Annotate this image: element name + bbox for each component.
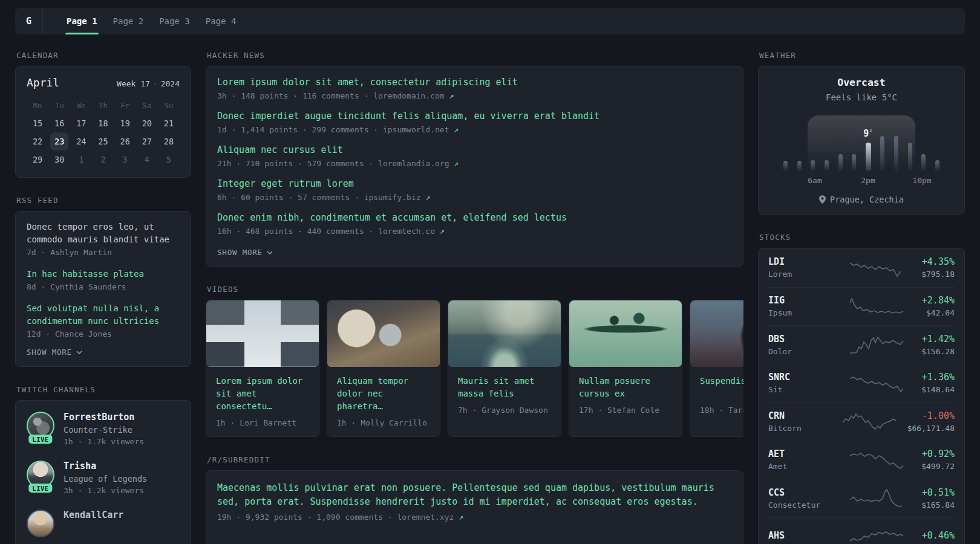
hackernews-show-more-button[interactable]: SHOW MORE (217, 248, 732, 257)
twitch-channel-row[interactable]: KendallCarr (27, 510, 180, 537)
video-card[interactable]: Aliquam tempor dolor nec pharetra… 1h · … (327, 300, 440, 437)
stock-sparkline (831, 411, 907, 432)
stock-row[interactable]: AHS +0.46% (768, 517, 955, 544)
rss-card: Donec tempor eros leo, ut commodo mauris… (15, 211, 191, 367)
twitch-card: LIVE ForrestBurton Counter-Strike 1h · 1… (15, 400, 191, 544)
news-item-meta: 3h · 148 points · 116 comments · loremdo… (217, 91, 732, 100)
rss-item-link[interactable]: In hac habitasse platea (27, 268, 180, 280)
external-link-icon[interactable]: ↗ (449, 91, 454, 100)
rss-widget-title: RSS FEED (16, 196, 191, 205)
calendar-grid: Mo Tu We Th Fr Sa Su 15 16 17 18 19 20 2… (27, 97, 180, 169)
news-item-link[interactable]: Donec enim nibh, condimentum et accumsan… (217, 212, 732, 223)
external-link-icon[interactable]: ↗ (454, 159, 459, 168)
video-title-link[interactable]: Nullam posuere cursus ex (579, 375, 672, 400)
stock-symbol: CCS (768, 487, 831, 498)
subreddit-widget-title: /R/SUBREDDIT (207, 455, 743, 464)
channel-info: Trisha League of Legends 3h · 1.2k viewe… (64, 461, 147, 495)
stock-row[interactable]: CCS Consectetur +0.51% $165.84 (768, 479, 955, 517)
external-link-icon[interactable]: ↗ (454, 125, 459, 134)
video-title-link[interactable]: Lorem ipsum dolor sit amet consectetu… (216, 375, 309, 413)
video-card-body: Suspendisse diam 18h · Tara (690, 367, 743, 424)
channel-info: KendallCarr (64, 510, 123, 537)
tab-page-4[interactable]: Page 4 (198, 8, 244, 34)
rss-widget: RSS FEED Donec tempor eros leo, ut commo… (15, 196, 191, 367)
video-thumbnail[interactable] (448, 300, 561, 367)
stock-row[interactable]: AET Amet +0.92% $499.72 (768, 441, 955, 479)
weather-chart: 9° (783, 117, 939, 171)
stock-name: Lorem (768, 270, 831, 279)
rss-item-meta: 12d · Chance Jones (27, 329, 180, 338)
video-thumbnail[interactable] (690, 300, 743, 367)
video-card[interactable]: Suspendisse diam 18h · Tara (690, 300, 743, 437)
calendar-week-label: Week 17 (117, 79, 150, 88)
news-item-link[interactable]: Aliquam nec cursus elit (217, 144, 732, 155)
weekday-label: Mo (27, 97, 48, 114)
time-label: 2pm (861, 176, 875, 185)
stock-change: +1.42% (921, 334, 955, 345)
stock-name: Ipsum (768, 308, 831, 317)
stock-row[interactable]: CRN Bitcorn -1.00% $66,171.48 (768, 402, 955, 441)
news-item-link[interactable]: Donec imperdiet augue tincidunt felis al… (217, 111, 732, 121)
reddit-post-meta-text: 19h · 9,932 points · 1,090 comments · lo… (217, 513, 454, 522)
video-thumbnail[interactable] (327, 300, 440, 367)
stock-values: -1.00% $66,171.48 (907, 410, 955, 433)
weather-bar (880, 136, 884, 171)
tab-page-3[interactable]: Page 3 (151, 8, 198, 34)
external-link-icon[interactable]: ↗ (440, 227, 445, 236)
calendar-day-next-month: 1 (72, 151, 90, 169)
channel-info: ForrestBurton Counter-Strike 1h · 1.7k v… (64, 412, 144, 446)
twitch-channel-row[interactable]: LIVE Trisha League of Legends 3h · 1.2k … (27, 461, 180, 495)
reddit-post-link[interactable]: Maecenas mollis pulvinar erat non posuer… (217, 481, 732, 509)
rss-item: Donec tempor eros leo, ut commodo mauris… (27, 221, 180, 257)
stock-row[interactable]: IIG Ipsum +2.84% $42.04 (768, 287, 955, 326)
video-title-link[interactable]: Mauris sit amet massa felis (458, 375, 551, 400)
weather-bar (921, 154, 926, 171)
stock-symbol: SNRC (768, 372, 831, 383)
video-card[interactable]: Mauris sit amet massa felis 7h · Grayson… (448, 300, 561, 437)
video-thumbnail[interactable] (569, 300, 682, 367)
stock-price: $499.72 (921, 462, 955, 471)
stock-row[interactable]: DBS Dolor +1.42% $156.28 (768, 325, 955, 364)
external-link-icon[interactable]: ↗ (459, 513, 463, 522)
news-item-link[interactable]: Lorem ipsum dolor sit amet, consectetur … (217, 77, 732, 88)
temp-value: 9 (863, 128, 869, 139)
reddit-post: Maecenas mollis pulvinar erat non posuer… (217, 481, 732, 522)
video-card[interactable]: Nullam posuere cursus ex 17h · Stefan Co… (569, 300, 682, 437)
news-item: Aliquam nec cursus elit 21h · 710 points… (217, 144, 732, 168)
stock-symbol: AET (768, 448, 831, 459)
tab-page-1[interactable]: Page 1 (59, 8, 105, 34)
twitch-channel-row[interactable]: LIVE ForrestBurton Counter-Strike 1h · 1… (27, 412, 180, 446)
video-card-body: Aliquam tempor dolor nec pharetra… 1h · … (327, 367, 440, 436)
external-link-icon[interactable]: ↗ (425, 193, 430, 202)
weather-bar-current (866, 143, 871, 171)
video-title-link[interactable]: Aliquam tempor dolor nec pharetra… (337, 375, 430, 413)
news-item-link[interactable]: Integer eget rutrum lorem (217, 178, 732, 189)
channel-viewers: 3h · 1.2k viewers (64, 486, 147, 495)
stock-row[interactable]: SNRC Sit +1.36% $148.64 (768, 364, 955, 403)
stock-id: CCS Consectetur (768, 487, 831, 510)
app-logo[interactable]: G (15, 8, 43, 34)
stock-sparkline (831, 526, 922, 544)
calendar-day: 17 (72, 114, 90, 132)
stock-symbol: DBS (768, 334, 831, 345)
news-item-meta-text: 6h · 60 points · 57 comments · ipsumify.… (217, 193, 421, 202)
weather-bar (811, 160, 815, 171)
live-badge: LIVE (28, 484, 52, 493)
tab-page-2[interactable]: Page 2 (105, 8, 152, 34)
video-thumbnail[interactable] (206, 300, 319, 367)
weather-card: Overcast Feels like 5°C 9° 6am 2pm 10pm (758, 66, 965, 215)
video-title-link[interactable]: Suspendisse diam (700, 375, 743, 400)
stock-row[interactable]: LDI Lorem +4.35% $795.18 (768, 248, 955, 287)
video-card[interactable]: Lorem ipsum dolor sit amet consectetu… 1… (206, 300, 319, 437)
video-meta: 17h · Stefan Cole (579, 406, 672, 415)
nav-tabs: Page 1 Page 2 Page 3 Page 4 (59, 8, 244, 34)
rss-item-link[interactable]: Sed volutpat nulla nisl, a condimentum n… (27, 302, 180, 328)
stock-name: Amet (768, 462, 831, 471)
weather-widget-title: WEATHER (759, 51, 965, 60)
rss-item-link[interactable]: Donec tempor eros leo, ut commodo mauris… (27, 221, 180, 246)
calendar-card: April Week 17·2024 Mo Tu We Th Fr Sa Su … (15, 66, 191, 178)
rss-show-more-button[interactable]: SHOW MORE (27, 348, 180, 357)
show-more-label: SHOW MORE (217, 248, 263, 257)
calendar-day: 19 (116, 114, 134, 132)
video-meta: 7h · Grayson Dawson (458, 406, 551, 415)
